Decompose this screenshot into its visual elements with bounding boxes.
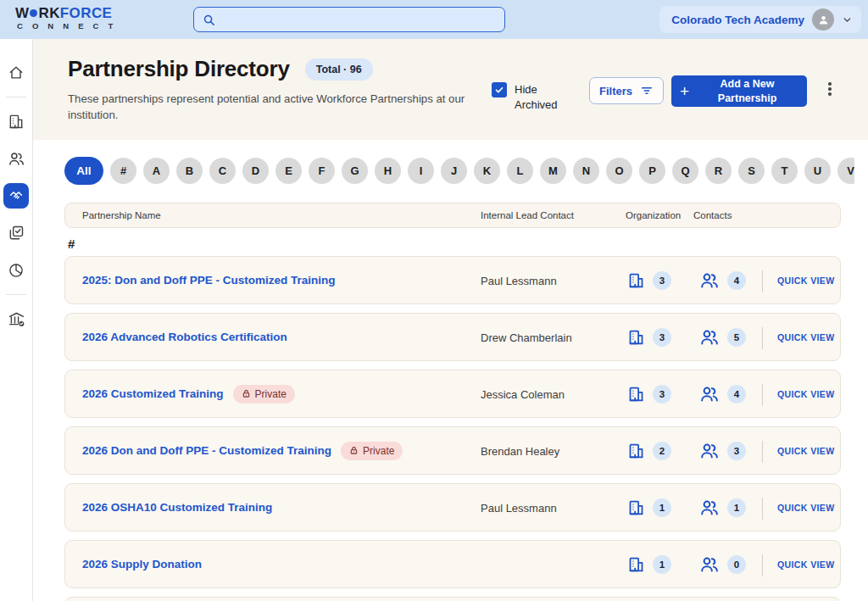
- quick-view-link[interactable]: QUICK VIEW: [777, 389, 835, 399]
- alphabet-chip[interactable]: E: [275, 158, 302, 184]
- hide-archived-label: Hide Archived: [515, 82, 564, 112]
- alphabet-chip[interactable]: F: [309, 158, 335, 184]
- alphabet-chip[interactable]: S: [738, 158, 765, 184]
- alphabet-chip[interactable]: #: [110, 158, 136, 184]
- organization-count-badge: 3: [653, 328, 671, 347]
- logo-word-left: W: [15, 5, 29, 21]
- alphabet-chip[interactable]: K: [474, 158, 500, 184]
- organizations-icon[interactable]: [7, 112, 25, 131]
- table-row[interactable]: 2026 Advanced Robotics Certification Pri…: [64, 313, 841, 361]
- contacts-count-badge: 3: [727, 442, 746, 460]
- alphabet-chip[interactable]: H: [375, 158, 401, 184]
- logo-dot-icon: [30, 9, 37, 17]
- quick-view-link[interactable]: QUICK VIEW: [777, 275, 835, 286]
- contacts-icon: [699, 384, 720, 404]
- alphabet-chip[interactable]: I: [408, 158, 434, 184]
- alphabet-chip[interactable]: All: [64, 157, 103, 185]
- alphabet-chip[interactable]: O: [606, 158, 632, 184]
- nav-divider: [6, 294, 26, 295]
- alphabet-chip[interactable]: C: [209, 158, 236, 184]
- partnership-name-link[interactable]: 2026 Supply Donation: [82, 558, 202, 570]
- quick-view-link[interactable]: QUICK VIEW: [777, 503, 835, 513]
- table-row[interactable]: 2026 Supply Donation Private 1 0 QUICK V: [64, 540, 841, 588]
- quick-view-link[interactable]: QUICK VIEW: [777, 559, 835, 570]
- table-row[interactable]: 2026 Customized Training Private Jessica…: [64, 370, 841, 418]
- total-count-badge: Total · 96: [305, 58, 373, 81]
- logo-subtitle: C O N N E C T: [15, 22, 116, 31]
- internal-lead-contact: Paul Lessmann: [481, 274, 557, 287]
- table-row[interactable]: 2025: Don and Doff PPE - Customized Trai…: [64, 256, 841, 304]
- add-partnership-label: Add a New Partnership: [696, 77, 798, 106]
- contacts-count-badge: 4: [727, 385, 746, 403]
- alphabet-chip[interactable]: J: [441, 158, 467, 184]
- alphabet-chip[interactable]: D: [242, 158, 269, 184]
- section-label: #: [68, 237, 868, 251]
- private-badge: Private: [341, 442, 403, 460]
- organization-icon: [627, 271, 645, 289]
- organization-count-badge: 3: [653, 385, 671, 403]
- private-label: Private: [255, 388, 287, 400]
- alphabet-chip[interactable]: B: [176, 158, 203, 184]
- more-options-icon[interactable]: [824, 80, 836, 98]
- nav-divider: [6, 97, 26, 97]
- global-search[interactable]: [193, 7, 505, 32]
- contacts-icon: [699, 498, 720, 518]
- tasks-icon[interactable]: [7, 224, 25, 242]
- column-contacts: Contacts: [693, 210, 732, 220]
- page-header: Partnership Directory Total · 96 These p…: [33, 39, 868, 140]
- alphabet-chip[interactable]: L: [507, 158, 533, 184]
- partnerships-icon-active[interactable]: [3, 183, 29, 209]
- partnership-name-link[interactable]: 2025: Don and Doff PPE - Customized Trai…: [82, 274, 336, 287]
- alphabet-chip[interactable]: T: [771, 158, 798, 184]
- contacts-count-badge: 4: [727, 271, 746, 290]
- column-organization: Organization: [626, 210, 681, 220]
- alphabet-chip[interactable]: N: [573, 158, 599, 184]
- organization-icon: [627, 442, 645, 459]
- avatar: [812, 8, 834, 31]
- contacts-icon[interactable]: [7, 149, 25, 168]
- plus-icon: +: [680, 83, 689, 99]
- quick-view-link[interactable]: QUICK VIEW: [777, 446, 835, 456]
- partnership-name-link[interactable]: 2026 Don and Doff PPE - Customized Train…: [82, 444, 331, 457]
- row-divider: [762, 270, 763, 292]
- check-icon: [494, 85, 504, 95]
- table-row[interactable]: 2026 OSHA10 Customized Training Private …: [64, 483, 841, 531]
- alphabet-chip[interactable]: R: [705, 158, 732, 184]
- alphabet-chip[interactable]: V: [837, 158, 854, 184]
- alphabet-chip[interactable]: U: [804, 158, 831, 184]
- quick-view-link[interactable]: QUICK VIEW: [777, 332, 835, 342]
- contacts-icon: [699, 554, 720, 575]
- home-icon[interactable]: [7, 64, 25, 82]
- hide-archived-toggle[interactable]: Hide Archived: [492, 82, 564, 112]
- row-divider: [762, 554, 763, 576]
- logo-word-mid: RK: [38, 5, 59, 21]
- contacts-count-badge: 0: [727, 555, 746, 574]
- partnership-name-link[interactable]: 2026 Advanced Robotics Certification: [82, 331, 287, 343]
- filter-icon: [640, 84, 654, 97]
- alphabet-chip[interactable]: Q: [672, 158, 698, 184]
- workforce-connect-logo: WRKFORCE C O N N E C T: [15, 6, 116, 31]
- institution-verified-icon[interactable]: [7, 309, 25, 328]
- row-divider: [762, 384, 763, 406]
- table-row-partial[interactable]: [64, 597, 841, 601]
- main-content: Partnership Directory Total · 96 These p…: [33, 39, 868, 601]
- private-label: Private: [363, 445, 394, 457]
- add-partnership-button[interactable]: + Add a New Partnership: [671, 75, 807, 107]
- organization-count-badge: 1: [653, 498, 671, 517]
- alphabet-chip[interactable]: G: [342, 158, 368, 184]
- hide-archived-checkbox[interactable]: [492, 82, 507, 97]
- search-input[interactable]: [222, 13, 496, 27]
- alphabet-chip[interactable]: A: [143, 158, 170, 184]
- contacts-count-badge: 1: [727, 498, 746, 517]
- alphabet-chip[interactable]: P: [639, 158, 665, 184]
- table-row[interactable]: 2026 Don and Doff PPE - Customized Train…: [64, 426, 841, 475]
- private-badge: Private: [233, 385, 295, 403]
- organization-icon: [627, 498, 645, 516]
- alphabet-chip[interactable]: M: [540, 158, 566, 184]
- partnership-name-link[interactable]: 2026 OSHA10 Customized Training: [82, 501, 272, 514]
- search-icon: [203, 14, 215, 26]
- account-switcher[interactable]: Colorado Tech Academy: [659, 6, 861, 33]
- reports-icon[interactable]: [7, 261, 25, 280]
- filters-button[interactable]: Filters: [589, 77, 664, 104]
- partnership-name-link[interactable]: 2026 Customized Training: [82, 387, 224, 400]
